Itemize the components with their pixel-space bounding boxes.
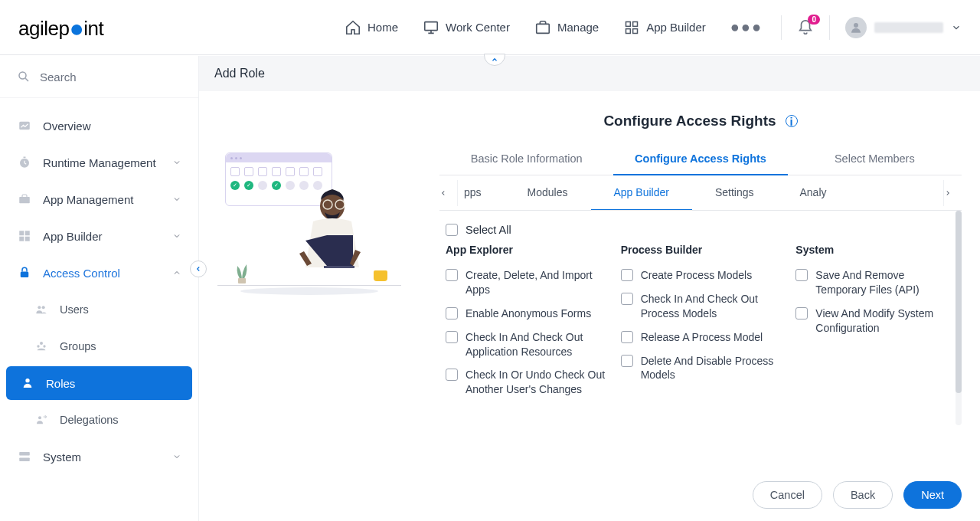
next-button[interactable]: Next (903, 481, 962, 509)
chart-icon (17, 118, 32, 133)
perm-checkbox[interactable] (621, 293, 633, 305)
perm-row[interactable]: Save And Remove Temporary Files (API) (795, 264, 956, 302)
nav-manage[interactable]: Manage (534, 19, 599, 36)
perm-row[interactable]: Enable Anonymous Forms (446, 302, 606, 326)
perm-checkbox[interactable] (621, 269, 633, 281)
select-all-label: Select All (466, 224, 511, 236)
sidebar-collapse-toggle[interactable] (190, 260, 207, 277)
grid-icon (17, 228, 32, 244)
perm-checkbox[interactable] (621, 355, 633, 367)
perm-checkbox[interactable] (795, 307, 808, 319)
back-button[interactable]: Back (833, 481, 893, 509)
sub-tab-analytics-partial[interactable]: Analy (776, 175, 832, 210)
wizard-tabs: Basic Role Information Configure Access … (439, 143, 962, 175)
svg-point-17 (42, 306, 45, 309)
sidebar-runtime[interactable]: Runtime Management (0, 144, 198, 181)
svg-rect-14 (25, 237, 30, 241)
sub-tab-modules[interactable]: Modules (505, 175, 591, 210)
sidebar-app-mgmt[interactable]: App Management (0, 181, 198, 218)
svg-rect-11 (19, 231, 24, 235)
sidebar-access-control[interactable]: Access Control (0, 254, 198, 291)
perm-row[interactable]: Check In And Check Out Application Resou… (446, 326, 606, 364)
select-all-checkbox[interactable] (446, 224, 458, 236)
groups-icon (34, 339, 49, 354)
perm-checkbox[interactable] (795, 269, 808, 281)
perm-checkbox[interactable] (446, 369, 458, 381)
sub-tab-settings[interactable]: Settings (692, 175, 777, 210)
home-icon (345, 19, 361, 36)
chevron-up-icon (172, 268, 181, 277)
nav-home[interactable]: Home (345, 19, 398, 36)
svg-rect-15 (21, 272, 29, 278)
sidebar-app-builder[interactable]: App Builder (0, 218, 198, 254)
sub-tabs-row: pps Modules App Builder Settings Analy (439, 175, 962, 211)
sub-tab-apps-partial[interactable]: pps (458, 175, 505, 210)
perm-row[interactable]: Create Process Models (621, 264, 781, 287)
briefcase-icon (534, 19, 551, 36)
perm-checkbox[interactable] (446, 331, 458, 343)
header-right: 0 (781, 15, 962, 40)
col-app-explorer: App Explorer Create, Delete, And Import … (446, 244, 606, 401)
search-icon (17, 70, 31, 84)
svg-point-18 (40, 342, 43, 345)
tab-configure-rights[interactable]: Configure Access Rights (613, 143, 787, 175)
divider (829, 15, 830, 40)
svg-point-16 (38, 306, 41, 309)
top-nav: Home Work Center Manage App Builder ●●● (345, 18, 763, 36)
roles-icon (20, 375, 35, 391)
svg-rect-29 (238, 278, 246, 283)
user-menu[interactable] (845, 17, 962, 38)
perm-row[interactable]: Delete And Disable Process Models (621, 349, 781, 388)
sidebar-search[interactable]: Search (0, 56, 198, 98)
svg-rect-4 (626, 28, 631, 33)
svg-rect-13 (19, 237, 24, 241)
svg-rect-2 (626, 21, 631, 26)
sub-tabs-scroll-right[interactable] (943, 180, 962, 206)
scrollbar-thumb[interactable] (956, 211, 962, 393)
info-icon[interactable]: i (786, 115, 798, 127)
sub-tabs-scroll-left[interactable] (439, 180, 458, 206)
system-icon (17, 449, 32, 464)
nav-work-center[interactable]: Work Center (423, 19, 510, 36)
select-all-row[interactable]: Select All (441, 220, 960, 244)
toolbox-icon (17, 192, 32, 207)
avatar (845, 17, 867, 38)
sidebar-overview[interactable]: Overview (0, 107, 198, 144)
perm-row[interactable]: Release A Process Model (621, 326, 781, 349)
nav-app-builder[interactable]: App Builder (623, 19, 706, 36)
sidebar-roles[interactable]: Roles (6, 366, 192, 400)
sidebar: Search Overview Runtime Management App M… (0, 56, 199, 521)
wizard-footer: Cancel Back Next (199, 469, 980, 521)
chevron-down-icon (172, 231, 181, 241)
notification-badge: 0 (808, 15, 820, 25)
chevron-down-icon (172, 195, 181, 204)
cancel-button[interactable]: Cancel (753, 481, 822, 509)
lock-icon (17, 265, 32, 280)
sidebar-groups[interactable]: Groups (0, 328, 198, 365)
svg-point-22 (38, 416, 41, 419)
grid-icon (623, 19, 640, 36)
sidebar-system[interactable]: System (0, 438, 198, 475)
svg-rect-5 (633, 28, 638, 33)
svg-rect-10 (19, 197, 30, 203)
perm-checkbox[interactable] (621, 331, 633, 343)
sub-tab-app-builder[interactable]: App Builder (591, 175, 692, 210)
delegations-icon (34, 412, 49, 428)
rights-scroll-area[interactable]: Select All App Explorer Create, Delete, … (439, 211, 962, 425)
svg-rect-0 (425, 21, 438, 30)
perm-checkbox[interactable] (446, 307, 458, 319)
sidebar-delegations[interactable]: Delegations (0, 401, 198, 438)
notifications-button[interactable]: 0 (797, 19, 814, 36)
svg-rect-3 (633, 21, 638, 26)
svg-rect-12 (25, 231, 30, 235)
perm-row[interactable]: Check In And Check Out Process Models (621, 287, 781, 326)
nav-more[interactable]: ●●● (730, 18, 763, 36)
tab-basic-info[interactable]: Basic Role Information (439, 143, 613, 175)
perm-row[interactable]: View And Modify System Configuration (795, 302, 956, 340)
perm-row[interactable]: Create, Delete, And Import Apps (446, 264, 606, 302)
page-title: Add Role (199, 56, 980, 91)
tab-select-members[interactable]: Select Members (788, 143, 962, 175)
perm-checkbox[interactable] (446, 269, 458, 281)
sidebar-users[interactable]: Users (0, 291, 198, 328)
perm-row[interactable]: Check In Or Undo Check Out Another User'… (446, 363, 606, 401)
